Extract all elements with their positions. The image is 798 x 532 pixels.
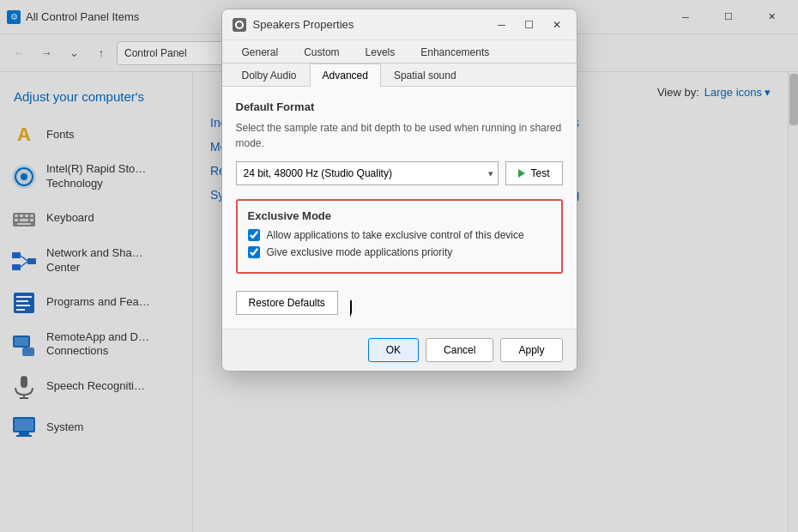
- modal-overlay: Speakers Properties ─ ☐ ✕ General Custom…: [0, 0, 798, 532]
- tab-enhancements[interactable]: Enhancements: [408, 40, 502, 63]
- restore-defaults-button[interactable]: Restore Defaults: [236, 291, 338, 315]
- tabs-row2: Dolby Audio Advanced Spatial sound: [222, 63, 577, 87]
- modal-footer: OK Cancel Apply: [222, 329, 577, 371]
- default-format-title: Default Format: [236, 100, 563, 113]
- exclusive-priority-label: Give exclusive mode applications priorit…: [267, 246, 453, 258]
- format-select[interactable]: 24 bit, 48000 Hz (Studio Quality): [236, 161, 499, 185]
- format-row: 24 bit, 48000 Hz (Studio Quality) Test: [236, 161, 563, 185]
- tab-spatial[interactable]: Spatial sound: [381, 63, 469, 87]
- dialog-minimize-button[interactable]: ─: [489, 15, 515, 35]
- speakers-dialog: Speakers Properties ─ ☐ ✕ General Custom…: [221, 9, 577, 372]
- checkbox-row-1: Allow applications to take exclusive con…: [248, 229, 551, 241]
- play-icon: [518, 169, 525, 178]
- apply-button[interactable]: Apply: [500, 338, 562, 362]
- dialog-controls: ─ ☐ ✕: [489, 15, 570, 35]
- tabs-row1: General Custom Levels Enhancements: [222, 40, 577, 63]
- allow-exclusive-label: Allow applications to take exclusive con…: [267, 229, 524, 241]
- ok-button[interactable]: OK: [368, 338, 419, 362]
- speakers-dialog-icon: [233, 18, 246, 32]
- tab-general[interactable]: General: [229, 40, 292, 63]
- tab-levels[interactable]: Levels: [353, 40, 408, 63]
- dialog-title: Speakers Properties: [253, 18, 489, 31]
- tab-dolby[interactable]: Dolby Audio: [229, 63, 310, 87]
- modal-titlebar: Speakers Properties ─ ☐ ✕: [222, 9, 577, 40]
- exclusive-mode-section: Exclusive Mode Allow applications to tak…: [236, 199, 563, 274]
- modal-body: Default Format Select the sample rate an…: [222, 87, 577, 329]
- exclusive-mode-title: Exclusive Mode: [248, 209, 551, 222]
- tab-advanced[interactable]: Advanced: [310, 63, 381, 87]
- allow-exclusive-checkbox[interactable]: [248, 229, 260, 241]
- dialog-close-button[interactable]: ✕: [544, 15, 570, 35]
- tab-custom[interactable]: Custom: [291, 40, 352, 63]
- test-button[interactable]: Test: [505, 161, 562, 185]
- default-format-section: Default Format Select the sample rate an…: [236, 100, 563, 185]
- checkbox-row-2: Give exclusive mode applications priorit…: [248, 246, 551, 258]
- cancel-button[interactable]: Cancel: [426, 338, 493, 362]
- format-select-wrapper: 24 bit, 48000 Hz (Studio Quality): [236, 161, 499, 185]
- exclusive-priority-checkbox[interactable]: [248, 246, 260, 258]
- default-format-desc: Select the sample rate and bit depth to …: [236, 120, 563, 151]
- dialog-maximize-button[interactable]: ☐: [517, 15, 542, 35]
